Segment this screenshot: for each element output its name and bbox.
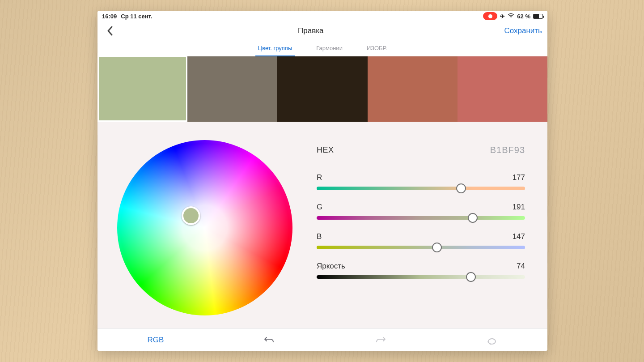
slider-g-value: 191 — [513, 203, 525, 212]
color-wheel-picker[interactable] — [182, 206, 200, 225]
status-date: Ср 11 сент. — [121, 13, 152, 20]
slider-b: B 147 — [317, 232, 525, 249]
tab-harmonies[interactable]: Гармонии — [316, 45, 343, 56]
status-time: 16:09 — [102, 13, 117, 20]
swatch-3[interactable] — [277, 56, 367, 122]
screen-record-indicator — [483, 12, 497, 20]
swatch-4[interactable] — [368, 56, 458, 122]
slider-g: G 191 — [317, 203, 525, 220]
hex-label: HEX — [317, 145, 334, 155]
revert-button[interactable] — [486, 334, 498, 346]
save-button[interactable]: Сохранить — [504, 26, 542, 35]
slider-b-value: 147 — [513, 232, 525, 241]
slider-g-thumb[interactable] — [468, 213, 478, 223]
slider-b-thumb[interactable] — [432, 243, 442, 252]
color-mode-button[interactable]: RGB — [147, 336, 164, 345]
swatch-1[interactable] — [97, 55, 187, 122]
hex-row: HEX B1BF93 — [317, 145, 525, 155]
hex-value[interactable]: B1BF93 — [490, 145, 525, 155]
status-bar: 16:09 Ср 11 сент. ✈ 62 % — [97, 11, 547, 21]
tabs: Цвет. группы Гармонии ИЗОБР. — [97, 40, 547, 56]
color-wheel[interactable] — [117, 140, 292, 315]
slider-brightness: Яркость 74 — [317, 262, 525, 279]
back-button[interactable] — [103, 24, 117, 38]
slider-g-label: G — [317, 203, 322, 212]
slider-brightness-label: Яркость — [317, 262, 345, 271]
slider-r-thumb[interactable] — [456, 183, 466, 193]
swatch-5[interactable] — [458, 56, 547, 122]
editor-content: HEX B1BF93 R 177 G 191 — [97, 122, 547, 328]
slider-r-track[interactable] — [317, 187, 525, 190]
bottom-bar: RGB — [97, 328, 547, 351]
slider-r-label: R — [317, 173, 322, 182]
slider-r-value: 177 — [513, 173, 525, 182]
slider-r: R 177 — [317, 173, 525, 190]
color-controls: HEX B1BF93 R 177 G 191 — [317, 131, 530, 325]
undo-button[interactable] — [263, 334, 275, 346]
page-title: Правка — [298, 26, 323, 35]
swatch-2[interactable] — [187, 56, 277, 122]
slider-b-label: B — [317, 232, 322, 241]
revert-icon — [487, 336, 497, 345]
chevron-left-icon — [107, 26, 113, 36]
slider-b-track[interactable] — [317, 246, 525, 249]
slider-brightness-track[interactable] — [317, 275, 525, 279]
redo-icon — [375, 336, 386, 345]
battery-percent: 62 % — [517, 13, 530, 20]
slider-brightness-value: 74 — [517, 262, 525, 271]
wifi-icon — [508, 13, 514, 20]
airplane-mode-icon: ✈ — [500, 13, 505, 20]
redo-button[interactable] — [375, 334, 386, 346]
undo-icon — [264, 336, 275, 345]
tab-image[interactable]: ИЗОБР. — [367, 45, 387, 56]
tab-color-groups[interactable]: Цвет. группы — [258, 45, 292, 56]
slider-brightness-thumb[interactable] — [466, 272, 476, 282]
nav-bar: Правка Сохранить — [97, 21, 547, 40]
slider-g-track[interactable] — [317, 216, 525, 220]
battery-icon — [533, 14, 543, 19]
palette-row — [97, 56, 547, 122]
color-wheel-area — [115, 131, 294, 325]
